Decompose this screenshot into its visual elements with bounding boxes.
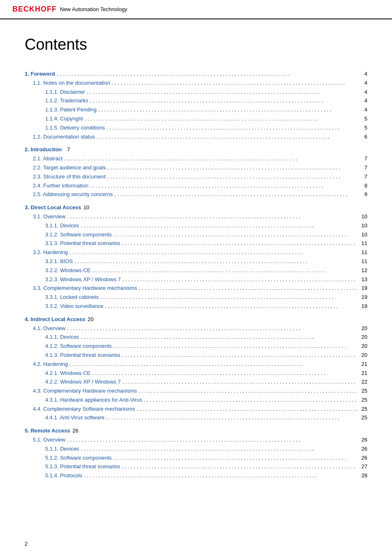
toc-item: 4.3. Complementary Hardware mechanisms .… <box>25 387 367 395</box>
toc-item: 4.2. Hardening . . . . . . . . . . . . .… <box>25 360 367 369</box>
toc-label[interactable]: 4.1.3. Potential threat scenarios <box>45 351 120 360</box>
toc-page: 25 <box>359 414 367 422</box>
toc-item: 4.3.1. Hardware appliances for Anti-Viru… <box>25 396 367 405</box>
toc-dots: . . . . . . . . . . . . . . . . . . . . … <box>105 302 357 311</box>
toc-label[interactable]: 2.3. Structure of this document <box>33 173 106 181</box>
toc-label[interactable]: 3.3.2. Video surveillance <box>45 302 103 311</box>
page-number: 2 <box>25 541 28 547</box>
table-of-contents: 1. Foreword . . . . . . . . . . . . . . … <box>25 70 367 480</box>
toc-page: 28 <box>359 472 367 480</box>
toc-label[interactable]: 1.2. Documentation status <box>33 133 95 141</box>
toc-label[interactable]: 1.1.4. Copyright <box>45 115 83 123</box>
toc-page: 7 <box>359 173 367 181</box>
toc-label[interactable]: 4.2.1. Windows CE <box>45 369 91 378</box>
toc-page: 21 <box>359 360 367 369</box>
toc-label[interactable]: 2.1. Abstract <box>33 155 62 163</box>
toc-label[interactable]: 1. Foreword <box>25 70 55 79</box>
toc-page: 8 <box>359 182 367 190</box>
toc-label[interactable]: 3.1. Overview <box>33 213 65 221</box>
toc-label[interactable]: 1.1. Notes on the documentation <box>33 79 110 88</box>
toc-page: 25 <box>359 396 367 405</box>
toc-item: 4.2.1. Windows CE . . . . . . . . . . . … <box>25 369 367 378</box>
toc-item: 1.1.3. Patent Pending . . . . . . . . . … <box>25 106 367 114</box>
toc-label[interactable]: 4.4.1. Anti-Virus software <box>45 414 104 422</box>
toc-page: 10 <box>359 213 367 221</box>
toc-dots: . . . . . . . . . . . . . . . . . . . . … <box>100 293 357 302</box>
toc-page: 19 <box>359 302 367 311</box>
toc-page: 10 <box>359 222 367 230</box>
toc-item: 4.4. Complementary Software mechanisms .… <box>25 405 367 414</box>
toc-page: 11 <box>359 239 367 248</box>
toc-label[interactable]: 5.1. Overview <box>33 436 65 444</box>
toc-label[interactable]: 3.1.3. Potential threat scenarios <box>45 239 120 248</box>
toc-label[interactable]: 2. Introduction <box>25 146 62 154</box>
toc-item: 4.1.1. Devices . . . . . . . . . . . . .… <box>25 333 367 342</box>
toc-label[interactable]: 4.4. Complementary Software mechanisms <box>33 405 135 414</box>
toc-label[interactable]: 3.1.1. Devices <box>45 222 79 230</box>
toc-dots: . . . . . . . . . . . . . . . . . . . . … <box>107 173 357 181</box>
toc-dots: . . . . . . . . . . . . . . . . . . . . … <box>112 79 357 88</box>
toc-label[interactable]: 4.1.2. Software components <box>45 342 112 351</box>
toc-page: 25 <box>359 387 367 395</box>
toc-label[interactable]: 3.2.3. Windows XP / Windows 7 <box>45 275 121 284</box>
toc-item: 3.3. Complementary Hardware mechanisms .… <box>25 284 367 293</box>
toc-label[interactable]: 4. Indirect Local Access <box>25 315 85 324</box>
toc-label[interactable]: 3.2.2. Windows CE <box>45 266 91 275</box>
toc-item: 3.2.2. Windows CE . . . . . . . . . . . … <box>25 266 367 275</box>
toc-dots: . . . . . . . . . . . . . . . . . . . . … <box>69 248 357 257</box>
toc-dots: . . . . . . . . . . . . . . . . . . . . … <box>85 115 357 123</box>
page-title: Contents <box>25 36 367 53</box>
toc-label[interactable]: 3. Direct Local Access <box>25 204 81 212</box>
toc-item: 1.2. Documentation status . . . . . . . … <box>25 133 367 141</box>
toc-page: 4 <box>359 97 367 105</box>
toc-label[interactable]: 3.2. Hardening <box>33 248 68 257</box>
toc-label[interactable]: 5.1.2. Software components <box>45 454 112 462</box>
toc-item: 3.2.3. Windows XP / Windows 7 . . . . . … <box>25 275 367 284</box>
toc-dots: . . . . . . . . . . . . . . . . . . . . … <box>67 324 357 333</box>
toc-page: 26 <box>359 445 367 453</box>
toc-dots: . . . . . . . . . . . . . . . . . . . . … <box>113 342 357 351</box>
toc-dots: . . . . . . . . . . . . . . . . . . . . … <box>97 133 357 141</box>
toc-label[interactable]: 1.1.2. Trademarks <box>45 97 88 105</box>
toc-label[interactable]: 2.4. Further information <box>33 182 88 190</box>
toc-label[interactable]: 5.1.4. Protocols <box>45 472 82 480</box>
toc-item: 2.1. Abstract . . . . . . . . . . . . . … <box>25 155 367 163</box>
toc-label[interactable]: 2.2. Target audience and goals <box>33 164 106 172</box>
toc-dots: . . . . . . . . . . . . . . . . . . . . … <box>106 124 357 132</box>
toc-label[interactable]: 1.1.5. Delivery conditions <box>45 124 105 132</box>
toc-label[interactable]: 5. Remote Access <box>25 427 70 435</box>
toc-page: 21 <box>359 369 367 378</box>
toc-item: 2.3. Structure of this document . . . . … <box>25 173 367 181</box>
toc-page: 12 <box>359 266 367 275</box>
toc-page: 26 <box>70 427 78 435</box>
toc-page: 27 <box>359 462 367 471</box>
toc-item: 3.1.1. Devices . . . . . . . . . . . . .… <box>25 222 367 230</box>
toc-label[interactable]: 3.3.1. Locked cabinets <box>45 293 99 302</box>
toc-label[interactable]: 3.3. Complementary Hardware mechanisms <box>33 284 137 293</box>
toc-dots: . . . . . . . . . . . . . . . . . . . . … <box>87 88 357 97</box>
toc-item: 4.1. Overview . . . . . . . . . . . . . … <box>25 324 367 333</box>
toc-label[interactable]: 4.1. Overview <box>33 324 65 333</box>
toc-item: 4.2.2. Windows XP / Windows 7 . . . . . … <box>25 378 367 386</box>
toc-label[interactable]: 3.1.2. Software components <box>45 231 112 239</box>
toc-label[interactable]: 3.2.1. BIOS <box>45 257 73 266</box>
toc-dots: . . . . . . . . . . . . . . . . . . . . … <box>90 182 357 190</box>
toc-label[interactable]: 1.1.3. Patent Pending <box>45 106 97 114</box>
toc-label[interactable]: 4.3.1. Hardware appliances for Anti-Viru… <box>45 396 142 405</box>
toc-dots: . . . . . . . . . . . . . . . . . . . . … <box>92 369 357 378</box>
toc-label[interactable]: 5.1.1. Devices <box>45 445 79 453</box>
toc-dots: . . . . . . . . . . . . . . . . . . . . … <box>122 462 357 471</box>
toc-page: 20 <box>359 324 367 333</box>
toc-label[interactable]: 4.2. Hardening <box>33 360 68 369</box>
toc-dots: . . . . . . . . . . . . . . . . . . . . … <box>108 164 357 172</box>
toc-label[interactable]: 2.5. Addressing security concerns <box>33 190 113 199</box>
toc-label[interactable]: 4.3. Complementary Hardware mechanisms <box>33 387 137 395</box>
page-body: Contents 1. Foreword . . . . . . . . . .… <box>0 19 392 497</box>
toc-label[interactable]: 4.2.2. Windows XP / Windows 7 <box>45 378 121 386</box>
toc-label[interactable]: 4.1.1. Devices <box>45 333 79 342</box>
toc-item: 3. Direct Local Access10 <box>25 204 367 212</box>
toc-label[interactable]: 1.1.1. Disclaimer <box>45 88 85 97</box>
toc-item: 5.1.2. Software components . . . . . . .… <box>25 454 367 462</box>
toc-label[interactable]: 5.1.3. Potential threat scenarios <box>45 462 120 471</box>
toc-dots: . . . . . . . . . . . . . . . . . . . . … <box>57 70 357 79</box>
